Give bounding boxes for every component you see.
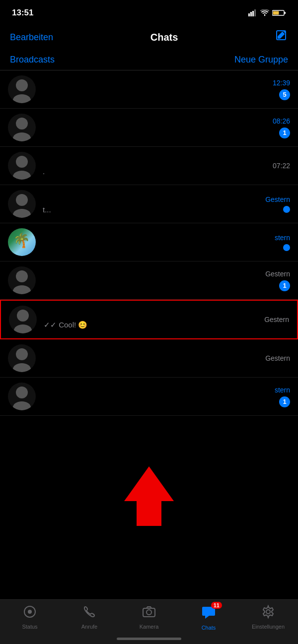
chat-content [43,233,271,252]
camera-icon-wrap [142,605,156,622]
chat-meta: Gestern [264,316,289,323]
status-icon [23,608,37,621]
chat-name [43,349,261,359]
svg-point-16 [16,270,28,282]
chat-item[interactable]: Gestern1 [0,261,298,300]
tab-item-status[interactable]: Status [0,605,60,630]
avatar [8,75,36,103]
svg-point-11 [13,132,31,141]
calls-icon-wrap [82,605,96,622]
tab-item-camera[interactable]: Kamera [119,605,179,630]
arrow-body [137,501,161,526]
svg-point-8 [16,79,28,91]
arrow-up-icon [124,466,174,501]
calls-label: Anrufe [81,624,97,630]
chats-icon [201,609,216,622]
status-icon-wrap [23,605,37,622]
top-links-bar: Broadcasts Neue Gruppe [0,52,298,70]
svg-point-12 [16,156,28,168]
avatar [8,190,36,218]
broadcasts-link[interactable]: Broadcasts [10,55,55,65]
svg-point-10 [16,118,28,129]
chat-list: 12:395 08:261 .07:22 t...Gestern stern G… [0,70,298,416]
tab-item-settings[interactable]: Einstellungen [238,605,298,630]
chat-name [43,80,269,90]
svg-point-9 [13,94,31,103]
chat-preview: t... [43,205,261,214]
avatar [8,383,36,410]
chats-badge: 11 [211,602,222,609]
unread-dot [283,206,290,213]
chat-meta: Gestern1 [265,270,290,291]
avatar [8,266,36,294]
chats-icon-wrap: 11 [201,605,216,623]
chat-meta: 12:395 [273,79,290,100]
chat-item[interactable]: 12:395 [0,70,298,109]
chat-name [43,233,271,243]
chat-time: 08:26 [273,117,290,125]
chat-content: . [43,156,269,176]
arrow-indicator [124,466,174,526]
chat-meta: Gestern [265,195,290,213]
chat-item[interactable]: Gestern [0,339,298,378]
svg-point-13 [13,171,31,180]
home-indicator [117,638,181,640]
chat-preview: ✓✓ Cool! 😊 [44,321,260,329]
svg-point-23 [13,401,31,410]
new-group-link[interactable]: Neue Gruppe [234,55,288,65]
unread-badge: 1 [279,128,290,138]
chat-content [43,271,261,290]
chat-time: 12:39 [273,79,290,87]
avatar [8,152,36,180]
chat-time: Gestern [265,354,290,362]
chat-name [43,156,269,166]
edit-button[interactable]: Bearbeiten [10,32,53,43]
camera-icon [142,608,156,621]
chat-content: t... [43,194,261,214]
chat-preview [43,360,261,368]
nav-bar: Bearbeiten Chats [0,24,298,52]
chat-name [43,271,261,281]
chat-content [43,80,269,99]
svg-point-28 [266,610,270,614]
chat-time: Gestern [265,270,290,278]
camera-label: Kamera [140,624,159,630]
chat-time: Gestern [264,316,289,323]
svg-point-15 [13,209,31,218]
compose-button[interactable] [275,29,288,45]
chat-preview [43,129,269,137]
compose-icon [275,29,288,42]
svg-point-14 [16,194,28,206]
chat-meta: 08:261 [273,117,290,138]
chat-name [44,310,260,320]
chat-time: stern [275,386,290,394]
chat-meta: stern [275,234,290,251]
unread-badge: 1 [279,396,290,407]
avatar [9,306,37,333]
chat-item[interactable]: 08:261 [0,109,298,147]
tab-item-calls[interactable]: Anrufe [60,605,119,630]
unread-badge: 5 [279,89,290,100]
settings-label: Einstellungen [252,624,285,630]
chat-item[interactable]: ✓✓ Cool! 😊Gestern [0,300,298,339]
signal-icon [248,9,257,16]
chat-item[interactable]: .07:22 [0,147,298,185]
chat-item[interactable]: stern1 [0,378,298,416]
svg-point-20 [16,348,28,360]
chat-preview [43,282,261,290]
unread-dot [283,244,290,251]
chat-item[interactable]: stern [0,223,298,261]
avatar [8,228,36,256]
chat-content [43,387,271,406]
svg-point-25 [28,610,32,614]
chat-item[interactable]: t...Gestern [0,185,298,223]
chat-name [43,194,261,204]
avatar [8,114,36,141]
tab-item-chats[interactable]: 11Chats [179,605,238,631]
svg-point-27 [147,610,151,615]
svg-point-17 [13,285,31,294]
status-label: Status [22,624,37,630]
chat-preview: . [43,167,269,176]
svg-rect-5 [285,12,286,14]
svg-point-22 [16,386,28,398]
